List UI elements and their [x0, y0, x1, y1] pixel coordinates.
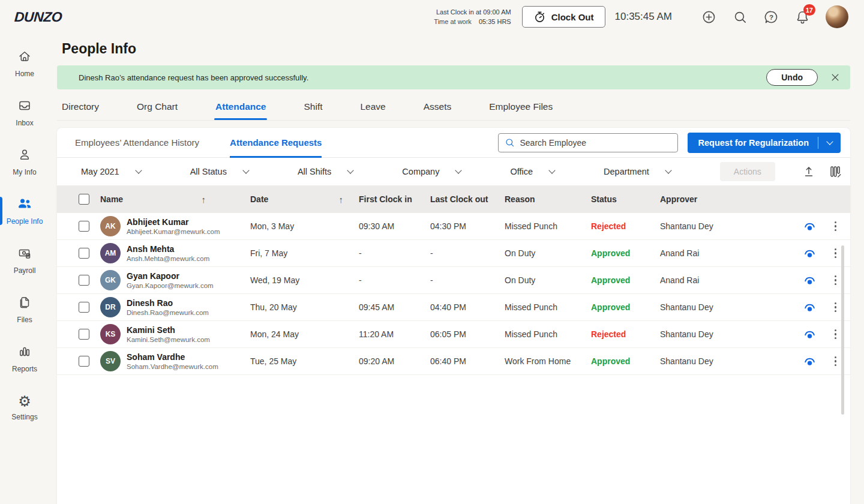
sidebar-item-home[interactable]: Home [0, 42, 49, 85]
cell-date: Mon, 3 May [250, 221, 359, 231]
employee-email: Abhijeet.Kumar@mewurk.com [127, 227, 220, 236]
employee-email: Kamini.Seth@mewurk.com [127, 335, 210, 344]
cell-approver: Shantanu Dey [660, 221, 775, 231]
sidebar-item-files[interactable]: Files [0, 288, 49, 331]
inbox-icon [17, 98, 32, 115]
column-header-name[interactable]: Name [100, 194, 123, 204]
column-header-date[interactable]: Date [250, 194, 268, 204]
cell-reason: On Duty [505, 275, 591, 285]
sidebar-item-payroll[interactable]: Payroll [0, 239, 49, 281]
select-all-checkbox[interactable] [79, 194, 89, 205]
tab-attendance[interactable]: Attendance [215, 101, 266, 120]
brand-logo: DUNZO [14, 9, 62, 25]
table-row: AM Ansh Mehta Ansh.Mehta@mewurk.com Fri,… [57, 240, 850, 267]
filter-may-2021[interactable]: May 2021 [81, 167, 141, 176]
row-checkbox[interactable] [79, 248, 89, 259]
reports-icon [17, 344, 32, 361]
tab-directory[interactable]: Directory [62, 101, 99, 120]
view-icon[interactable] [803, 329, 816, 340]
row-menu-icon[interactable] [833, 355, 839, 368]
bell-icon[interactable]: 17 [794, 9, 810, 25]
tab-shift[interactable]: Shift [304, 101, 322, 120]
status-badge: Approved [591, 302, 660, 312]
cell-first-clock-in: - [359, 275, 430, 285]
regularization-dropdown[interactable] [818, 137, 841, 149]
table-header: Name ↑ Date ↑ First Clock in Last Clock … [57, 185, 850, 213]
row-menu-icon[interactable] [833, 220, 839, 233]
filter-company[interactable]: Company [402, 167, 461, 176]
search-input[interactable] [520, 138, 671, 148]
view-icon[interactable] [803, 221, 816, 232]
subtab-attendance-requests[interactable]: Attendance Requests [230, 128, 322, 158]
export-icon[interactable] [802, 164, 816, 179]
actions-button[interactable]: Actions [720, 162, 775, 181]
sidebar-item-label: Reports [12, 365, 37, 373]
employee-avatar: GK [100, 270, 121, 290]
card-header: Employees’ Attendance HistoryAttendance … [57, 128, 850, 158]
status-badge: Approved [591, 356, 660, 366]
sidebar-item-label: Inbox [16, 119, 33, 127]
help-icon[interactable]: ? [763, 9, 779, 25]
table-row: GK Gyan Kapoor Gyan.Kapoor@mewurk.com We… [57, 267, 850, 294]
close-icon[interactable] [829, 71, 842, 84]
view-icon[interactable] [803, 302, 816, 313]
employee-name: Gyan Kapoor [127, 271, 214, 281]
current-time: 10:35:45 AM [615, 11, 672, 23]
row-menu-icon[interactable] [833, 247, 839, 260]
tab-leave[interactable]: Leave [361, 101, 386, 120]
row-checkbox[interactable] [79, 329, 89, 340]
view-icon[interactable] [803, 248, 816, 259]
my-info-icon [17, 148, 32, 164]
tab-assets[interactable]: Assets [424, 101, 452, 120]
sort-asc-icon[interactable]: ↑ [202, 194, 206, 205]
page-title: People Info [62, 41, 850, 57]
time-at-work-value: 05:35 HRS [479, 18, 511, 25]
tab-employee-files[interactable]: Employee Files [489, 101, 553, 120]
add-icon[interactable] [701, 9, 716, 25]
subtab-employees-attendance-history[interactable]: Employees’ Attendance History [75, 128, 199, 158]
cell-approver: Shantanu Dey [660, 302, 775, 312]
filter-all-shifts[interactable]: All Shifts [298, 167, 353, 176]
edit-columns-icon[interactable] [828, 164, 842, 179]
request-regularization-button[interactable]: Request for Regularization [688, 133, 841, 153]
row-menu-icon[interactable] [833, 301, 839, 314]
clock-out-button[interactable]: Clock Out [522, 6, 605, 28]
sidebar-item-label: Payroll [14, 266, 36, 275]
status-badge: Rejected [591, 221, 660, 231]
sidebar-item-people-info[interactable]: People Info [0, 190, 49, 232]
clock-out-label: Clock Out [551, 12, 594, 22]
sidebar-item-settings[interactable]: ⚙ Settings [0, 386, 49, 429]
sort-asc-icon[interactable]: ↑ [339, 194, 344, 205]
undo-button[interactable]: Undo [766, 69, 818, 86]
row-checkbox[interactable] [79, 302, 89, 313]
cell-first-clock-in: 09:45 AM [359, 302, 430, 312]
chevron-down-icon [455, 167, 462, 173]
main-content: People Info Dinesh Rao’s attendance requ… [49, 34, 864, 504]
cell-reason: On Duty [505, 248, 591, 258]
sidebar-item-my-info[interactable]: My Info [0, 140, 49, 183]
search-icon[interactable] [732, 9, 748, 25]
cell-date: Mon, 24 May [250, 329, 359, 339]
cell-date: Tue, 25 May [250, 356, 359, 366]
column-header-last-clock-out: Last Clock out [430, 194, 488, 204]
row-checkbox[interactable] [79, 356, 89, 367]
row-menu-icon[interactable] [833, 274, 839, 287]
tab-org-chart[interactable]: Org Chart [137, 101, 178, 120]
chevron-down-icon [548, 167, 555, 173]
column-header-first-clock-in: First Clock in [359, 194, 412, 204]
view-icon[interactable] [803, 356, 816, 367]
vertical-scrollbar[interactable] [841, 245, 844, 415]
row-checkbox[interactable] [79, 275, 89, 286]
sidebar-item-inbox[interactable]: Inbox [0, 91, 49, 134]
avatar[interactable] [826, 5, 848, 28]
row-menu-icon[interactable] [833, 328, 839, 341]
cell-first-clock-in: 11:20 AM [359, 329, 430, 339]
cell-first-clock-in: 09:30 AM [359, 221, 430, 231]
row-checkbox[interactable] [79, 221, 89, 232]
filter-all-status[interactable]: All Status [190, 167, 248, 176]
filter-office[interactable]: Office [510, 167, 554, 176]
filter-department[interactable]: Department [604, 167, 671, 176]
sidebar-item-reports[interactable]: Reports [0, 337, 49, 380]
chevron-down-icon [347, 167, 354, 173]
view-icon[interactable] [803, 275, 816, 286]
